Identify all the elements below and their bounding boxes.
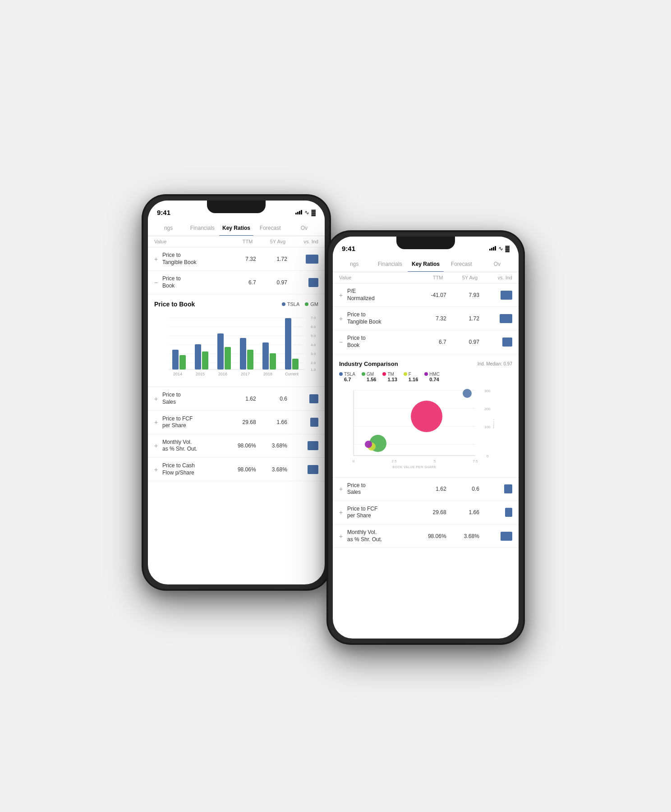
- bar-cashflow-back: [308, 465, 318, 474]
- bubble-header: Industry Comparison Ind. Median: 0.97: [339, 360, 512, 367]
- notch-back: [207, 201, 266, 213]
- legend-dot-tsla-back: [282, 302, 285, 306]
- signal-icon-back: [295, 210, 302, 214]
- bar-sales-front: [504, 484, 512, 493]
- svg-text:200: 200: [484, 407, 491, 411]
- svg-text:4.0: 4.0: [311, 343, 316, 347]
- phone-front-screen: 9:41 ∿ ▓ ‹ Tesla Inc: [333, 237, 519, 639]
- battery-icon-front: ▓: [506, 245, 510, 252]
- legend-label-tsla-back: TSLA: [287, 301, 300, 307]
- row-sales-back: + Price toSales 1.62 0.6: [148, 387, 325, 411]
- row-plus-cashflow-back: +: [154, 466, 160, 473]
- legend-name-tm: TM: [382, 372, 394, 377]
- tab-financials-back[interactable]: Financials: [185, 220, 219, 236]
- col-ind-label-back: vs. Ind: [285, 239, 318, 244]
- row-plus-tangible-back: +: [154, 255, 160, 263]
- row-pe-front: + P/ENormalized -41.07 7.93: [333, 283, 519, 307]
- legend-name-hmc: HMC: [424, 372, 440, 377]
- svg-rect-18: [202, 351, 208, 370]
- col-value-label-front: Value: [339, 275, 409, 280]
- bubble-tsla: [463, 389, 472, 398]
- svg-rect-23: [240, 338, 246, 370]
- row-name-book-back: Price toBook: [162, 275, 225, 289]
- col-value-label-back: Value: [154, 239, 220, 244]
- row-bar-sales-front: [479, 484, 512, 493]
- bar-vol-back: [308, 441, 318, 450]
- row-plus-vol-back: +: [154, 442, 160, 449]
- col-ttm-label-front: TTM: [409, 275, 443, 280]
- bubble-dot-hmc: [424, 372, 428, 376]
- legend-name-gm: GM: [362, 372, 374, 377]
- row-fcf-back: + Price to FCFper Share 29.68 1.66: [148, 411, 325, 434]
- row-book-front: − Price toBook 6.7 0.97: [333, 330, 519, 354]
- row-bar-vol-back: [287, 441, 318, 450]
- tab-keyratios-back[interactable]: Key Ratios: [219, 220, 253, 236]
- svg-text:2.5: 2.5: [391, 459, 397, 463]
- row-name-fcf-front: Price to FCFper Share: [347, 506, 413, 520]
- tab-bar-front: ngs Financials Key Ratios Forecast Ov: [333, 256, 519, 272]
- svg-text:3.0: 3.0: [311, 352, 316, 356]
- tab-ngs-front[interactable]: ngs: [336, 256, 372, 272]
- row-bar-pe-front: [479, 291, 512, 300]
- tab-ov-front[interactable]: Ov: [479, 256, 515, 272]
- svg-rect-29: [285, 318, 291, 370]
- legend-name-tsla: TSLA: [339, 372, 355, 377]
- col-ind-label-front: vs. Ind: [478, 275, 512, 280]
- svg-text:2017: 2017: [241, 372, 250, 376]
- legend-val-gm: 1.56: [367, 377, 376, 382]
- row-avg-tangible-front: 1.72: [446, 315, 479, 322]
- tab-forecast-back[interactable]: Forecast: [253, 220, 287, 236]
- svg-rect-30: [292, 359, 299, 370]
- bar-vol-front: [501, 532, 512, 541]
- tab-ngs-back[interactable]: ngs: [152, 220, 185, 236]
- row-ttm-tangible-front: 7.32: [413, 315, 446, 322]
- row-name-tangible-front: Price toTangible Book: [347, 311, 413, 325]
- row-bar-sales-back: [287, 394, 318, 403]
- bubble-dot-f: [404, 372, 407, 376]
- legend-item-hmc: HMC 0.74: [424, 372, 440, 382]
- phone-back-inner: 9:41 ∿ ▓ ‹ Tesla Inc: [143, 196, 329, 589]
- bubble-tm: [411, 401, 442, 432]
- tab-financials-front[interactable]: Financials: [372, 256, 408, 272]
- col-avg-label-back: 5Y Avg: [253, 239, 285, 244]
- svg-rect-21: [225, 347, 231, 370]
- row-sales-front: + Price toSales 1.62 0.6: [333, 478, 519, 501]
- legend-val-tm: 1.13: [387, 377, 397, 382]
- row-book-back: − Price toBook 6.7 0.97: [148, 271, 325, 294]
- row-bar-vol-front: [479, 532, 512, 541]
- svg-text:5.0: 5.0: [311, 334, 316, 338]
- row-fcf-front: + Price to FCFper Share 29.68 1.66: [333, 501, 519, 525]
- bubble-legend: TSLA 6.7 GM 1.56: [339, 372, 512, 382]
- tab-keyratios-front[interactable]: Key Ratios: [408, 256, 443, 272]
- svg-rect-20: [217, 333, 224, 370]
- chart-header-back: Price to Book TSLA GM: [154, 301, 318, 308]
- svg-text:2018: 2018: [263, 372, 272, 376]
- row-ttm-pe-front: -41.07: [413, 292, 446, 298]
- bubble-chart-svg: 300 200 100 0 PRICE 0 2.5 5 7.5: [339, 386, 494, 469]
- legend-gm-back: GM: [305, 301, 318, 307]
- bar-pe-front: [501, 291, 512, 300]
- bubble-dot-tm: [382, 372, 386, 376]
- bar-tangible-front: [500, 314, 512, 323]
- row-name-fcf-back: Price to FCFper Share: [162, 415, 225, 429]
- tab-forecast-front[interactable]: Forecast: [444, 256, 479, 272]
- row-bar-cashflow-back: [287, 465, 318, 474]
- svg-text:100: 100: [484, 425, 491, 429]
- row-name-sales-front: Price toSales: [347, 482, 413, 496]
- row-avg-pe-front: 7.93: [446, 292, 479, 298]
- svg-text:BOOK VALUE PER SHARE: BOOK VALUE PER SHARE: [392, 465, 436, 469]
- row-ttm-book-front: 6.7: [413, 339, 446, 345]
- row-ttm-vol-back: 98.06%: [225, 442, 256, 449]
- bubble-dot-tsla: [339, 372, 343, 376]
- legend-ticker-tm: TM: [387, 372, 394, 377]
- row-bar-tangible-back: [287, 255, 318, 264]
- svg-text:Current: Current: [285, 372, 299, 376]
- row-avg-cashflow-back: 3.68%: [256, 466, 287, 473]
- tab-ov-back[interactable]: Ov: [287, 220, 321, 236]
- phone-back: 9:41 ∿ ▓ ‹ Tesla Inc: [142, 194, 331, 591]
- row-plus-sales-back: +: [154, 395, 160, 402]
- row-plus-pe-front: +: [339, 292, 345, 299]
- row-plus-vol-front: +: [339, 533, 345, 540]
- row-vol-front: + Monthly Vol.as % Shr. Out. 98.06% 3.68…: [333, 525, 519, 548]
- bubble-chart-container: 300 200 100 0 PRICE 0 2.5 5 7.5: [339, 386, 512, 471]
